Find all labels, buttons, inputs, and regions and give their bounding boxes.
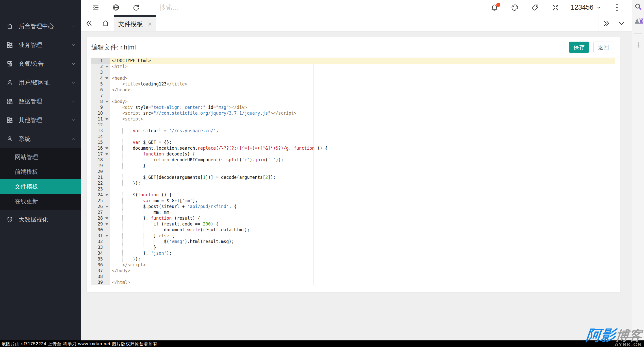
code-line-34[interactable]: }, 'json'); [110,250,615,256]
code-line-13[interactable]: var siteurl = '//cs.yushare.cn/'; [110,128,615,134]
code-line-24[interactable]: $(function () { [110,192,615,198]
sidebar-item-数据管理[interactable]: 数据管理 [0,92,81,111]
code-line-2[interactable]: <html> [110,64,615,70]
gutter-line-29[interactable]: 29 [91,221,110,227]
user-menu[interactable]: 123456 [571,4,602,11]
code-line-22[interactable]: }); [110,180,615,186]
code-line-28[interactable]: }, function (result) { [110,215,615,221]
editor-code-area[interactable]: <!DOCTYPE html><html><head> <title>loadi… [110,58,615,285]
tabs-scroll-left-button[interactable] [81,15,97,31]
code-line-30[interactable]: document.write(result.data.html); [110,227,615,233]
sidebar-subitem-在线更新[interactable]: 在线更新 [0,194,81,209]
code-line-4[interactable]: <head> [110,75,615,81]
code-line-14[interactable] [110,134,615,140]
gutter-line-24[interactable]: 24 [91,192,110,198]
code-line-12[interactable] [110,122,615,128]
sidebar-subitem-文件模板[interactable]: 文件模板 [0,179,81,194]
close-icon[interactable]: × [148,21,152,28]
search-input[interactable] [159,4,266,11]
fold-arrow-icon[interactable] [105,217,108,219]
fold-arrow-icon[interactable] [105,223,108,225]
code-line-11[interactable]: <script> [110,116,615,122]
code-line-17[interactable]: function decode(s) { [110,151,615,157]
sidebar-item-业务管理[interactable]: 业务管理 [0,36,81,54]
gutter-line-2[interactable]: 2 [91,64,110,70]
fold-arrow-icon[interactable] [105,66,108,68]
globe-icon[interactable] [108,0,123,15]
fold-arrow-icon[interactable] [105,153,108,155]
search-icon[interactable] [634,2,643,11]
code-line-31[interactable]: } else { [110,233,615,239]
sidebar-item-后台管理中心[interactable]: 后台管理中心 [0,17,81,36]
tab-file-template[interactable]: 文件模板 × [114,15,156,31]
sidebar-item-用户/短网址[interactable]: 用户/短网址 [0,73,81,92]
tab-home[interactable] [97,15,114,31]
code-line-10[interactable]: <script src="//cdn.staticfile.org/jquery… [110,110,615,116]
gutter-line-17[interactable]: 17 [91,151,110,157]
gutter-line-8[interactable]: 8 [91,99,110,105]
code-line-5[interactable]: <title>loading123</title> [110,81,615,87]
gutter-line-26[interactable]: 26 [91,204,110,210]
save-button[interactable]: 保存 [569,42,589,53]
fullscreen-icon[interactable] [550,3,560,13]
gutter-line-31[interactable]: 31 [91,233,110,239]
code-line-32[interactable]: $('#msg').html(result.msg); [110,239,615,245]
code-line-27[interactable]: mm: mm [110,210,615,215]
kebab-menu-icon[interactable] [612,4,622,11]
tabs-dropdown-button[interactable] [614,15,629,31]
refresh-icon[interactable] [128,0,144,15]
gutter-line-11[interactable]: 11 [91,116,110,122]
palette-icon[interactable] [510,3,520,13]
add-icon[interactable] [634,40,643,49]
indent-guide [143,210,143,215]
tabs-scroll-right-button[interactable] [599,15,614,31]
sidebar-subitem-前端模板[interactable]: 前端模板 [0,164,81,179]
fold-arrow-icon[interactable] [105,194,108,196]
fold-arrow-icon[interactable] [105,206,108,208]
code-line-8[interactable]: <body> [110,99,615,105]
code-editor[interactable]: 1234567891011121314151617181920212223242… [91,58,615,285]
code-line-20[interactable] [110,169,615,175]
component-icon [6,41,13,48]
code-line-26[interactable]: $.post(siteurl + 'api/pud/rkfind', { [110,204,615,210]
fold-arrow-icon[interactable] [105,101,108,103]
code-line-18[interactable]: return decodeURIComponent(s.split('+').j… [110,157,615,163]
back-button[interactable]: 返回 [593,42,613,53]
code-line-36[interactable]: </script> [110,262,615,268]
sidebar-item-大数据视化[interactable]: 大数据视化 [0,210,81,229]
code-line-23[interactable] [110,186,615,192]
fold-arrow-icon[interactable] [105,118,108,120]
chess-extension-icon[interactable]: ♟♜ [634,17,643,26]
sidebar-item-其他管理[interactable]: 其他管理 [0,111,81,129]
code-line-39[interactable]: </html> [110,280,615,285]
sidebar-item-套餐/公告[interactable]: 套餐/公告 [0,54,81,73]
code-line-38[interactable] [110,274,615,280]
gutter-line-16[interactable]: 16 [91,145,110,151]
content-area: 编辑文件: r.html 保存 返回 123456789101112131415… [81,32,632,347]
code-line-1[interactable]: <!DOCTYPE html> [110,58,615,64]
fold-arrow-icon[interactable] [105,147,108,149]
collapse-menu-icon[interactable] [88,0,103,15]
tag-icon[interactable] [530,3,540,13]
code-line-3[interactable] [110,70,615,75]
gutter-line-38: 38 [91,274,110,280]
code-line-21[interactable]: $_GET[decode(arguments[1])] = decode(arg… [110,175,615,180]
code-line-15[interactable]: var $_GET = {}; [110,140,615,145]
code-line-7[interactable] [110,93,615,99]
code-line-35[interactable]: }); [110,256,615,262]
code-line-37[interactable]: </body> [110,268,615,274]
code-line-9[interactable]: <div style="text-align: center;" id="msg… [110,105,615,110]
bell-icon[interactable] [489,3,500,13]
code-line-25[interactable]: var mm = $_GET['mm']; [110,198,615,204]
fold-arrow-icon[interactable] [105,235,108,237]
sidebar-subitem-网站管理[interactable]: 网站管理 [0,150,81,164]
code-line-16[interactable]: document.location.search.replace(/\??(?:… [110,145,615,151]
code-line-6[interactable]: </head> [110,87,615,93]
sidebar-item-系统[interactable]: 系统 [0,129,81,148]
code-line-19[interactable]: } [110,163,615,169]
code-line-33[interactable]: } [110,245,615,250]
gutter-line-28[interactable]: 28 [91,215,110,221]
code-line-29[interactable]: if (result.code == 200) { [110,221,615,227]
gutter-line-4[interactable]: 4 [91,75,110,81]
fold-arrow-icon[interactable] [105,77,108,79]
